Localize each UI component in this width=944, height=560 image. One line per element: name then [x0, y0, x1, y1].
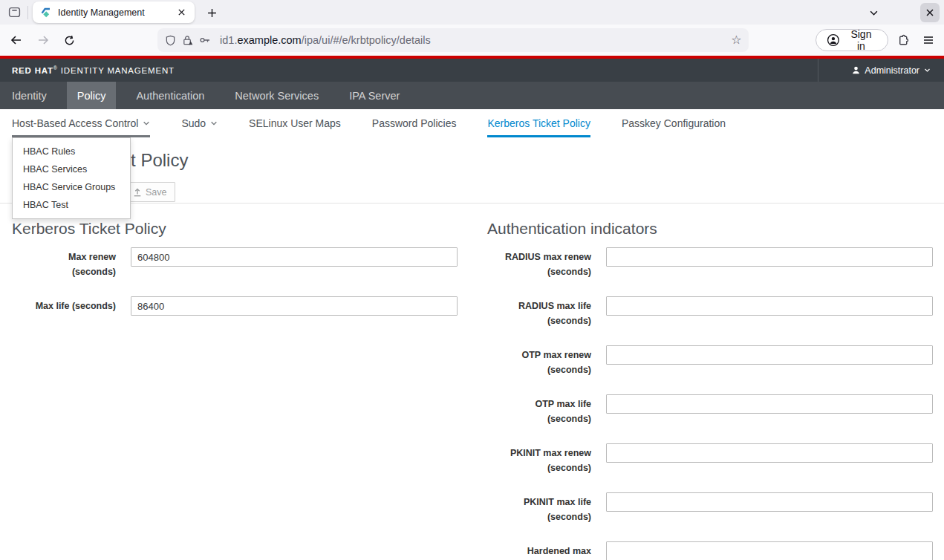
user-menu[interactable]: Administrator	[818, 59, 944, 82]
menu-item-hbac-rules[interactable]: HBAC Rules	[13, 143, 130, 160]
nav-item-policy[interactable]: Policy	[67, 82, 117, 109]
browser-toolbar: id1.example.com/ipa/ui/#/e/krbtpolicy/de…	[0, 25, 944, 56]
section-heading: Kerberos Ticket Policy	[12, 219, 458, 238]
tab-title: Identity Management	[58, 7, 174, 18]
pkinit-max-life-input[interactable]	[606, 492, 933, 512]
back-icon[interactable]	[6, 30, 27, 51]
section-authentication-indicators: Authentication indicators RADIUS max ren…	[487, 219, 933, 560]
form-row: RADIUS max renew (seconds)	[487, 247, 933, 279]
save-button[interactable]: Save	[125, 182, 175, 202]
form-row: PKINIT max life (seconds)	[487, 492, 933, 524]
radius-max-life-label: RADIUS max life (seconds)	[487, 296, 591, 328]
section-heading: Authentication indicators	[487, 219, 933, 238]
chevron-down-icon	[924, 67, 931, 74]
form-row: PKINIT max renew (seconds)	[487, 443, 933, 475]
save-label: Save	[146, 187, 167, 198]
pkinit-max-renew-label: PKINIT max renew (seconds)	[487, 443, 591, 475]
primary-nav: Identity Policy Authentication Network S…	[0, 82, 944, 109]
user-name: Administrator	[865, 65, 919, 76]
shield-icon[interactable]	[165, 35, 176, 46]
browser-tab-strip: Identity Management	[0, 0, 944, 25]
key-icon[interactable]	[199, 34, 211, 46]
screen: { "browser": { "tab_title": "Identity Ma…	[0, 0, 944, 560]
max-renew-input[interactable]	[131, 247, 458, 267]
form-row: OTP max renew (seconds)	[487, 345, 933, 377]
tab-label: Password Policies	[372, 117, 457, 129]
user-icon	[852, 66, 860, 74]
tab-password-policies[interactable]: Password Policies	[372, 109, 457, 137]
extensions-puzzle-icon[interactable]	[894, 30, 914, 50]
brand-bold: RED HAT	[12, 66, 53, 75]
menu-hamburger-icon[interactable]	[919, 30, 938, 50]
nav-item-network-services[interactable]: Network Services	[224, 82, 329, 109]
menu-item-hbac-test[interactable]: HBAC Test	[13, 196, 130, 214]
secondary-nav: Host-Based Access Control Sudo SELinux U…	[0, 109, 944, 137]
signin-button[interactable]: Sign in	[816, 29, 888, 51]
tab-label: Sudo	[181, 117, 206, 129]
masthead: RED HAT® IDENTITY MANAGEMENT Administrat…	[0, 59, 944, 82]
otp-max-renew-label: OTP max renew (seconds)	[487, 345, 591, 377]
divider	[27, 6, 28, 19]
lock-warning-icon[interactable]	[182, 35, 193, 46]
hardened-max-renew-label: Hardened max renew (seconds)	[487, 541, 591, 560]
menu-item-hbac-service-groups[interactable]: HBAC Service Groups	[13, 178, 130, 196]
radius-max-renew-label: RADIUS max renew (seconds)	[487, 247, 591, 279]
chevron-down-icon	[143, 120, 150, 127]
pkinit-max-renew-input[interactable]	[606, 443, 933, 463]
nav-item-identity[interactable]: Identity	[1, 82, 57, 109]
otp-max-renew-input[interactable]	[606, 345, 933, 365]
radius-max-life-input[interactable]	[606, 296, 933, 316]
hbac-dropdown-menu: HBAC Rules HBAC Services HBAC Service Gr…	[12, 137, 131, 219]
form-row: Max life (seconds)	[12, 296, 458, 326]
nav-item-ipa-server[interactable]: IPA Server	[339, 82, 410, 109]
nav-item-authentication[interactable]: Authentication	[126, 82, 215, 109]
forward-icon[interactable]	[33, 30, 53, 51]
tab-passkey-configuration[interactable]: Passkey Configuration	[622, 109, 726, 137]
tab-label: SELinux User Maps	[249, 117, 341, 129]
url-path: /ipa/ui/#/e/krbtpolicy/details	[302, 34, 431, 46]
max-life-input[interactable]	[131, 296, 458, 316]
main-content: Kerberos Ticket Policy Save Kerberos Tic…	[0, 137, 944, 560]
form-row: RADIUS max life (seconds)	[487, 296, 933, 328]
section-kerberos-ticket-policy: Kerberos Ticket Policy Max renew (second…	[12, 219, 458, 343]
list-tabs-chevron-icon[interactable]	[864, 3, 883, 22]
brand-rest: IDENTITY MANAGEMENT	[58, 66, 175, 75]
redhat-brand-logo: RED HAT® IDENTITY MANAGEMENT	[12, 65, 175, 75]
radius-max-renew-input[interactable]	[606, 247, 933, 267]
form-row: Max renew (seconds)	[12, 247, 458, 279]
url-domain: example.com	[237, 34, 301, 46]
tab-selinux-user-maps[interactable]: SELinux User Maps	[249, 109, 341, 137]
window-close-icon[interactable]	[920, 3, 940, 22]
tab-sudo[interactable]: Sudo	[181, 109, 218, 137]
tab-label: Passkey Configuration	[622, 117, 726, 129]
form-row: Hardened max renew (seconds)	[487, 541, 933, 560]
signin-label: Sign in	[845, 28, 876, 52]
firefox-view-icon[interactable]	[4, 3, 24, 22]
browser-tab[interactable]: Identity Management	[33, 1, 195, 23]
upload-icon	[133, 188, 142, 197]
tab-kerberos-ticket-policy[interactable]: Kerberos Ticket Policy	[487, 109, 590, 137]
bookmark-star-icon[interactable]: ☆	[731, 34, 741, 46]
form-row: OTP max life (seconds)	[487, 394, 933, 426]
chevron-down-icon	[210, 120, 218, 127]
hardened-max-renew-input[interactable]	[606, 541, 933, 560]
otp-max-life-input[interactable]	[606, 394, 933, 414]
tab-host-based-access-control[interactable]: Host-Based Access Control	[12, 109, 150, 137]
tab-label: Host-Based Access Control	[12, 117, 138, 129]
url-text: id1.example.com/ipa/ui/#/e/krbtpolicy/de…	[220, 34, 731, 46]
new-tab-button[interactable]	[202, 3, 221, 22]
divider	[0, 203, 944, 204]
max-renew-label: Max renew (seconds)	[12, 247, 116, 279]
tab-label: Kerberos Ticket Policy	[487, 117, 590, 129]
tab-close-icon[interactable]	[174, 5, 189, 20]
identity-management-favicon	[40, 7, 52, 19]
url-subdomain: id1.	[220, 34, 237, 46]
pkinit-max-life-label: PKINIT max life (seconds)	[487, 492, 591, 524]
menu-item-hbac-services[interactable]: HBAC Services	[13, 160, 130, 178]
url-bar[interactable]: id1.example.com/ipa/ui/#/e/krbtpolicy/de…	[157, 28, 749, 52]
reload-icon[interactable]	[59, 30, 79, 51]
otp-max-life-label: OTP max life (seconds)	[487, 394, 591, 426]
max-life-label: Max life (seconds)	[12, 296, 116, 326]
